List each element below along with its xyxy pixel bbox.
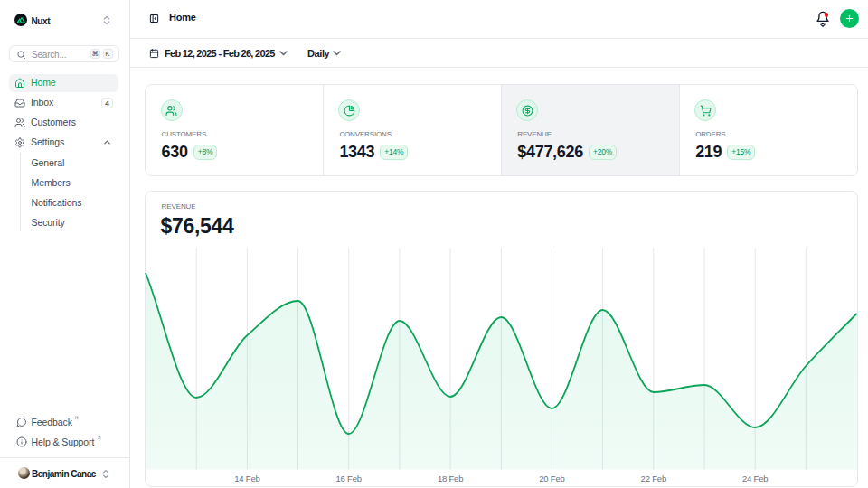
svg-text:18 Feb: 18 Feb: [438, 474, 463, 483]
svg-text:16 Feb: 16 Feb: [336, 474, 362, 483]
svg-text:24 Feb: 24 Feb: [742, 474, 768, 483]
svg-text:14 Feb: 14 Feb: [234, 474, 259, 483]
svg-text:22 Feb: 22 Feb: [641, 474, 666, 483]
svg-text:20 Feb: 20 Feb: [539, 474, 564, 483]
